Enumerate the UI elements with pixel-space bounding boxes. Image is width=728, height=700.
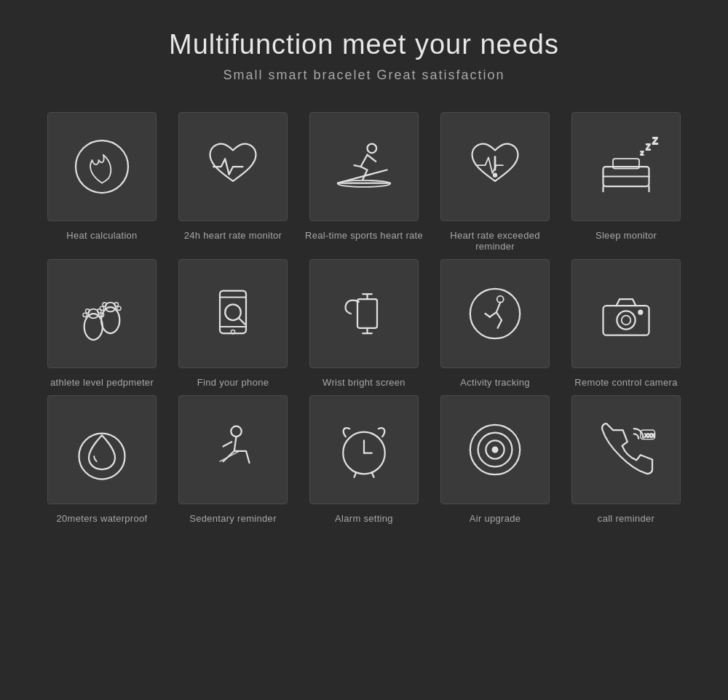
icon-box-sedentary-reminder: [178, 395, 288, 504]
svg-point-15: [84, 314, 103, 340]
icon-box-heart-rate-monitor: [178, 112, 288, 221]
svg-point-26: [117, 306, 121, 310]
feature-label-heat-calculation: Heat calculation: [66, 230, 137, 241]
feature-label-sports-heart-rate: Real-time sports heart rate: [305, 230, 423, 241]
svg-point-42: [622, 316, 631, 325]
svg-line-32: [239, 318, 245, 324]
feature-item-sedentary-reminder: Sedentary reminder: [171, 395, 295, 524]
svg-point-43: [638, 311, 642, 314]
icon-box-activity-tracking: [440, 259, 550, 368]
feature-label-air-upgrade: Air upgrade: [470, 513, 521, 524]
icon-box-pedometer: [47, 259, 157, 368]
svg-point-41: [617, 311, 635, 329]
feature-label-sedentary-reminder: Sedentary reminder: [189, 513, 277, 524]
icon-box-remote-camera: [571, 259, 681, 368]
svg-text:Z: Z: [652, 136, 658, 146]
svg-text:XXX: XXX: [644, 432, 655, 439]
svg-point-0: [76, 140, 128, 193]
icon-box-alarm-setting: [309, 395, 419, 504]
feature-item-pedometer: athlete level pedpmeter: [40, 259, 164, 388]
feature-label-call-reminder: call reminder: [598, 513, 654, 524]
svg-point-21: [101, 307, 119, 333]
icon-box-heat-calculation: [47, 112, 157, 221]
feature-item-activity-tracking: Activity tracking: [433, 259, 557, 388]
feature-item-air-upgrade: Air upgrade: [433, 395, 557, 524]
icon-box-find-phone: [178, 259, 288, 368]
svg-line-50: [355, 473, 357, 477]
feature-label-pedometer: athlete level pedpmeter: [50, 377, 154, 388]
svg-point-55: [492, 447, 497, 452]
svg-text:Z: Z: [646, 143, 651, 151]
feature-item-heart-rate-exceeded: Heart rate exceeded reminder: [433, 112, 557, 252]
svg-rect-33: [357, 299, 377, 328]
feature-item-wrist-screen: Wrist bright screen: [302, 259, 426, 388]
icon-box-air-upgrade: [440, 395, 550, 504]
feature-item-heart-rate-monitor: 24h heart rate monitor: [171, 112, 295, 252]
svg-point-6: [494, 173, 497, 177]
feature-label-heart-rate-exceeded: Heart rate exceeded reminder: [433, 230, 557, 252]
svg-point-45: [231, 426, 241, 437]
icon-box-heart-rate-exceeded: [440, 112, 550, 221]
feature-label-alarm-setting: Alarm setting: [335, 513, 393, 524]
feature-item-alarm-setting: Alarm setting: [302, 395, 426, 524]
svg-line-46: [220, 451, 240, 461]
icon-box-sports-heart-rate: [309, 112, 419, 221]
icon-box-call-reminder: XXX: [571, 395, 681, 504]
svg-text:z: z: [641, 149, 644, 156]
svg-point-18: [83, 313, 87, 317]
svg-point-39: [497, 296, 504, 303]
feature-label-wrist-screen: Wrist bright screen: [323, 377, 405, 388]
feature-item-heat-calculation: Heat calculation: [40, 112, 164, 252]
feature-item-sports-heart-rate: Real-time sports heart rate: [302, 112, 426, 252]
feature-item-find-phone: Find your phone: [171, 259, 295, 388]
feature-item-remote-camera: Remote control camera: [564, 259, 688, 388]
feature-item-waterproof: 20meters waterproof: [40, 395, 164, 524]
subtitle: Small smart bracelet Great satisfaction: [169, 68, 559, 83]
svg-point-44: [79, 434, 125, 480]
feature-label-sleep-monitor: Sleep monitor: [596, 230, 657, 241]
page-header: Multifunction meet your needs Small smar…: [169, 29, 559, 83]
svg-line-51: [372, 473, 374, 477]
feature-label-remote-camera: Remote control camera: [574, 377, 677, 388]
feature-label-heart-rate-monitor: 24h heart rate monitor: [184, 230, 282, 241]
feature-item-call-reminder: XXX call reminder: [564, 395, 688, 524]
feature-label-find-phone: Find your phone: [197, 377, 269, 388]
svg-point-1: [368, 144, 377, 154]
main-title: Multifunction meet your needs: [169, 29, 559, 60]
icon-box-wrist-screen: [309, 259, 419, 368]
feature-label-waterproof: 20meters waterproof: [57, 513, 148, 524]
icon-box-sleep-monitor: z Z Z: [571, 112, 681, 221]
icon-box-waterproof: [47, 395, 157, 504]
features-grid: Heat calculation 24h heart rate monitor …: [40, 112, 688, 524]
feature-label-activity-tracking: Activity tracking: [460, 377, 529, 388]
svg-point-24: [100, 306, 103, 310]
feature-item-sleep-monitor: z Z Z Sleep monitor: [564, 112, 688, 252]
